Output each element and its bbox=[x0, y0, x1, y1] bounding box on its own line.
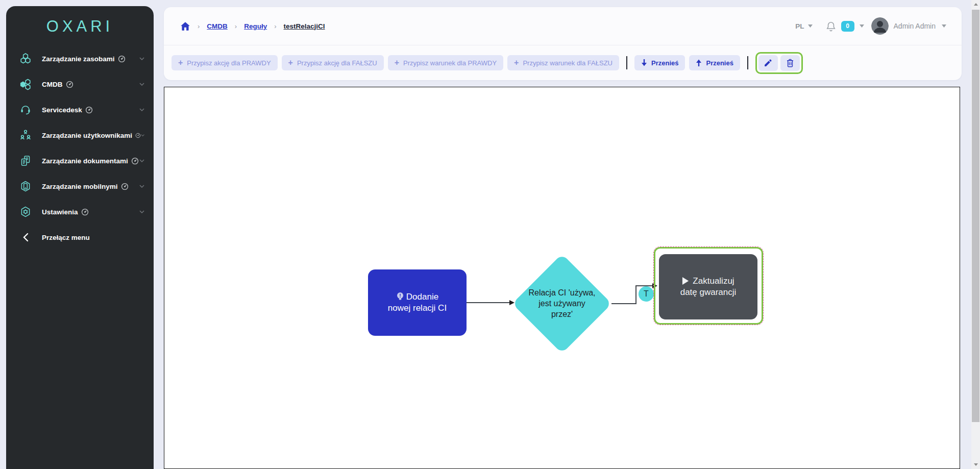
breadcrumb: › CMDB › Reguły › testRelacjiCI PL 0 Adm… bbox=[164, 7, 962, 45]
chevron-down-icon[interactable] bbox=[860, 24, 864, 28]
assign-action-true-button[interactable]: + Przypisz akcję dla PRAWDY bbox=[172, 55, 278, 70]
breadcrumb-separator: › bbox=[198, 22, 200, 30]
scrollbar-thumb[interactable] bbox=[972, 10, 979, 422]
chevron-down-icon bbox=[139, 210, 144, 214]
pencil-icon bbox=[764, 59, 772, 67]
plus-icon: + bbox=[395, 59, 399, 67]
sidebar-toggle-label: Przełącz menu bbox=[42, 234, 90, 241]
mobile-icon bbox=[19, 180, 32, 192]
button-label: Przypisz warunek dla FAŁSZU bbox=[523, 59, 612, 67]
documents-icon bbox=[19, 155, 32, 167]
sidebar-item-label: Ustawienia bbox=[42, 208, 78, 216]
sidebar-item-cmdb[interactable]: CMDB bbox=[6, 71, 154, 97]
breadcrumb-separator: › bbox=[274, 22, 276, 30]
trash-icon bbox=[786, 59, 794, 67]
language-selector[interactable]: PL bbox=[795, 22, 812, 30]
servicedesk-icon bbox=[19, 104, 32, 116]
user-name[interactable]: Admin Admin bbox=[894, 22, 936, 30]
assign-action-false-button[interactable]: + Przypisz akcję dla FAŁSZU bbox=[282, 55, 384, 70]
language-label: PL bbox=[795, 22, 804, 30]
sidebar: OXARI Zarządzanie zasobami CMDB bbox=[6, 6, 154, 469]
chevron-down-icon bbox=[139, 57, 144, 61]
page-scrollbar[interactable] bbox=[971, 0, 980, 469]
selected-element-actions-highlight bbox=[755, 52, 803, 74]
trigger-label: nowej relacji CI bbox=[388, 303, 447, 313]
button-label: Przypisz warunek dla PRAWDY bbox=[403, 59, 497, 67]
sidebar-item-zarzadzanie-dokumentami[interactable]: Zarządzanie dokumentami bbox=[6, 148, 154, 174]
breadcrumb-link-cmdb[interactable]: CMDB bbox=[207, 22, 228, 30]
scrollbar-up-icon[interactable] bbox=[971, 0, 980, 9]
cmdb-icon bbox=[19, 78, 32, 90]
move-up-button[interactable]: Przenieś bbox=[689, 55, 740, 70]
edit-button[interactable] bbox=[758, 55, 778, 71]
action-label: datę gwarancji bbox=[680, 287, 737, 297]
edge-true-badge[interactable]: T bbox=[639, 286, 654, 302]
chevron-left-icon bbox=[19, 231, 32, 243]
arrow-up-icon bbox=[696, 59, 702, 66]
play-icon bbox=[682, 277, 690, 285]
avatar[interactable] bbox=[871, 17, 889, 35]
home-icon[interactable] bbox=[180, 21, 190, 31]
sidebar-item-ustawienia[interactable]: Ustawienia bbox=[6, 199, 154, 225]
sidebar-item-label: Servicedesk bbox=[42, 106, 82, 114]
sidebar-item-zarzadzanie-uzytkownikami[interactable]: Zarządzanie użytkownikami bbox=[6, 122, 154, 148]
button-label: Przenieś bbox=[651, 59, 678, 67]
assets-icon bbox=[19, 53, 32, 65]
trigger-node[interactable]: Dodanie nowej relacji CI bbox=[368, 269, 467, 336]
chevron-down-icon bbox=[139, 159, 144, 163]
gauge-icon bbox=[135, 132, 141, 139]
trigger-label: Dodanie bbox=[406, 292, 438, 302]
sidebar-item-label: Zarządzanie użytkownikami bbox=[42, 132, 132, 139]
plus-icon: + bbox=[514, 59, 519, 67]
chevron-down-icon bbox=[139, 185, 144, 188]
button-label: Przypisz akcję dla PRAWDY bbox=[187, 59, 271, 67]
sidebar-item-zarzadzanie-zasobami[interactable]: Zarządzanie zasobami bbox=[6, 46, 154, 71]
rule-toolbar: + Przypisz akcję dla PRAWDY + Przypisz a… bbox=[164, 45, 962, 80]
bulb-icon bbox=[396, 292, 404, 301]
gauge-icon bbox=[85, 106, 93, 114]
settings-icon bbox=[19, 206, 32, 218]
gauge-icon bbox=[131, 157, 139, 165]
toolbar-divider bbox=[626, 56, 627, 69]
button-label: Przenieś bbox=[706, 59, 733, 67]
toolbar-divider bbox=[747, 56, 748, 69]
oxari-logo: OXARI bbox=[6, 6, 154, 42]
breadcrumb-separator: › bbox=[235, 22, 237, 30]
sidebar-item-label: Zarządzanie mobilnymi bbox=[42, 183, 118, 190]
gauge-icon bbox=[81, 208, 89, 216]
rule-flow-canvas[interactable]: Dodanie nowej relacji CI Relacja CI 'uży… bbox=[164, 87, 960, 469]
sidebar-item-label: Zarządzanie zasobami bbox=[42, 55, 115, 63]
sidebar-item-zarzadzanie-mobilnymi[interactable]: Zarządzanie mobilnymi bbox=[6, 174, 154, 199]
chevron-down-icon bbox=[139, 108, 144, 112]
users-icon bbox=[19, 129, 32, 141]
chevron-down-icon bbox=[808, 24, 813, 28]
sidebar-nav: Zarządzanie zasobami CMDB bbox=[6, 46, 154, 250]
delete-button[interactable] bbox=[780, 55, 800, 71]
notification-count-badge[interactable]: 0 bbox=[841, 21, 854, 32]
gauge-icon bbox=[66, 81, 74, 88]
sidebar-item-servicedesk[interactable]: Servicedesk bbox=[6, 97, 154, 122]
notifications-bell-icon[interactable] bbox=[826, 21, 836, 32]
gauge-icon bbox=[121, 183, 129, 190]
breadcrumb-link-reguly[interactable]: Reguły bbox=[244, 22, 267, 30]
move-down-button[interactable]: Przenieś bbox=[634, 55, 685, 70]
sidebar-item-label: Zarządzanie dokumentami bbox=[42, 157, 128, 165]
chevron-down-icon bbox=[139, 83, 144, 86]
plus-icon: + bbox=[178, 59, 183, 67]
sidebar-item-label: CMDB bbox=[42, 81, 63, 88]
header-card: › CMDB › Reguły › testRelacjiCI PL 0 Adm… bbox=[164, 7, 962, 80]
action-node[interactable]: Zaktualizuj datę gwarancji bbox=[659, 254, 757, 319]
breadcrumb-current[interactable]: testRelacjiCI bbox=[284, 22, 325, 30]
gauge-icon bbox=[118, 55, 126, 63]
assign-condition-false-button[interactable]: + Przypisz warunek dla FAŁSZU bbox=[507, 55, 619, 70]
action-label: Zaktualizuj bbox=[693, 276, 734, 286]
assign-condition-true-button[interactable]: + Przypisz warunek dla PRAWDY bbox=[388, 55, 503, 70]
scrollbar-down-icon[interactable] bbox=[971, 460, 980, 469]
chevron-down-icon[interactable] bbox=[942, 24, 946, 28]
button-label: Przypisz akcję dla FAŁSZU bbox=[297, 59, 377, 67]
plus-icon: + bbox=[288, 59, 293, 67]
chevron-down-icon bbox=[141, 134, 144, 137]
arrow-down-icon bbox=[641, 59, 647, 66]
sidebar-toggle-menu[interactable]: Przełącz menu bbox=[6, 225, 154, 250]
